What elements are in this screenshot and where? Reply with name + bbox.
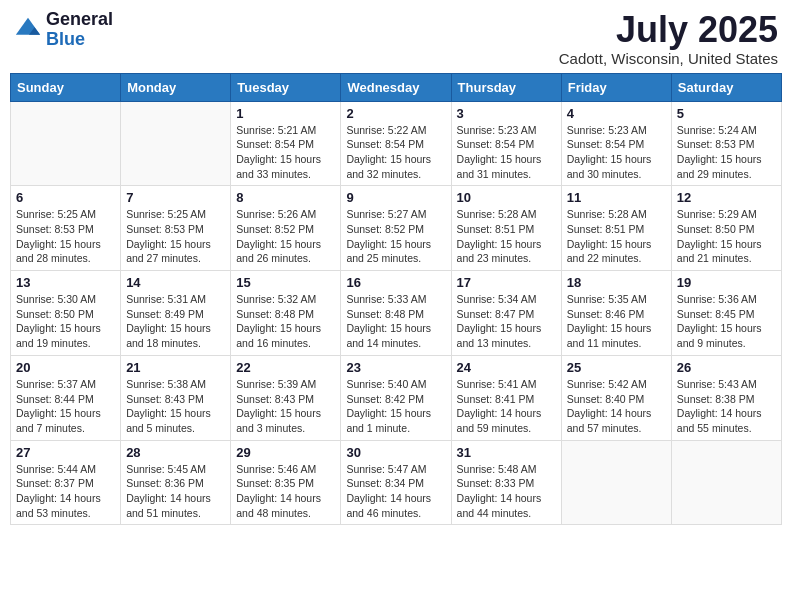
title-block: July 2025 Cadott, Wisconsin, United Stat…	[559, 10, 778, 67]
day-number: 13	[16, 275, 115, 290]
cell-info: Sunrise: 5:36 AM Sunset: 8:45 PM Dayligh…	[677, 292, 776, 351]
cell-info: Sunrise: 5:24 AM Sunset: 8:53 PM Dayligh…	[677, 123, 776, 182]
day-number: 30	[346, 445, 445, 460]
day-number: 1	[236, 106, 335, 121]
cell-info: Sunrise: 5:22 AM Sunset: 8:54 PM Dayligh…	[346, 123, 445, 182]
calendar-cell: 21Sunrise: 5:38 AM Sunset: 8:43 PM Dayli…	[121, 355, 231, 440]
calendar-cell: 16Sunrise: 5:33 AM Sunset: 8:48 PM Dayli…	[341, 271, 451, 356]
cell-info: Sunrise: 5:43 AM Sunset: 8:38 PM Dayligh…	[677, 377, 776, 436]
calendar-week-row: 13Sunrise: 5:30 AM Sunset: 8:50 PM Dayli…	[11, 271, 782, 356]
cell-info: Sunrise: 5:35 AM Sunset: 8:46 PM Dayligh…	[567, 292, 666, 351]
calendar-cell: 28Sunrise: 5:45 AM Sunset: 8:36 PM Dayli…	[121, 440, 231, 525]
calendar-cell: 1Sunrise: 5:21 AM Sunset: 8:54 PM Daylig…	[231, 101, 341, 186]
cell-info: Sunrise: 5:27 AM Sunset: 8:52 PM Dayligh…	[346, 207, 445, 266]
calendar-header-row: SundayMondayTuesdayWednesdayThursdayFrid…	[11, 73, 782, 101]
page-header: General Blue July 2025 Cadott, Wisconsin…	[10, 10, 782, 67]
day-number: 17	[457, 275, 556, 290]
day-number: 24	[457, 360, 556, 375]
cell-info: Sunrise: 5:23 AM Sunset: 8:54 PM Dayligh…	[457, 123, 556, 182]
calendar-cell: 13Sunrise: 5:30 AM Sunset: 8:50 PM Dayli…	[11, 271, 121, 356]
calendar-cell: 23Sunrise: 5:40 AM Sunset: 8:42 PM Dayli…	[341, 355, 451, 440]
calendar-week-row: 20Sunrise: 5:37 AM Sunset: 8:44 PM Dayli…	[11, 355, 782, 440]
day-number: 3	[457, 106, 556, 121]
day-number: 7	[126, 190, 225, 205]
cell-info: Sunrise: 5:38 AM Sunset: 8:43 PM Dayligh…	[126, 377, 225, 436]
calendar-cell: 30Sunrise: 5:47 AM Sunset: 8:34 PM Dayli…	[341, 440, 451, 525]
cell-info: Sunrise: 5:39 AM Sunset: 8:43 PM Dayligh…	[236, 377, 335, 436]
day-number: 16	[346, 275, 445, 290]
day-number: 4	[567, 106, 666, 121]
calendar-cell: 27Sunrise: 5:44 AM Sunset: 8:37 PM Dayli…	[11, 440, 121, 525]
calendar-cell: 4Sunrise: 5:23 AM Sunset: 8:54 PM Daylig…	[561, 101, 671, 186]
day-number: 10	[457, 190, 556, 205]
cell-info: Sunrise: 5:46 AM Sunset: 8:35 PM Dayligh…	[236, 462, 335, 521]
cell-info: Sunrise: 5:25 AM Sunset: 8:53 PM Dayligh…	[16, 207, 115, 266]
cell-info: Sunrise: 5:37 AM Sunset: 8:44 PM Dayligh…	[16, 377, 115, 436]
cell-info: Sunrise: 5:42 AM Sunset: 8:40 PM Dayligh…	[567, 377, 666, 436]
location: Cadott, Wisconsin, United States	[559, 50, 778, 67]
cell-info: Sunrise: 5:34 AM Sunset: 8:47 PM Dayligh…	[457, 292, 556, 351]
day-header-friday: Friday	[561, 73, 671, 101]
day-number: 29	[236, 445, 335, 460]
cell-info: Sunrise: 5:26 AM Sunset: 8:52 PM Dayligh…	[236, 207, 335, 266]
logo-general-text: General	[46, 10, 113, 30]
calendar-cell: 10Sunrise: 5:28 AM Sunset: 8:51 PM Dayli…	[451, 186, 561, 271]
cell-info: Sunrise: 5:41 AM Sunset: 8:41 PM Dayligh…	[457, 377, 556, 436]
calendar-cell: 17Sunrise: 5:34 AM Sunset: 8:47 PM Dayli…	[451, 271, 561, 356]
cell-info: Sunrise: 5:29 AM Sunset: 8:50 PM Dayligh…	[677, 207, 776, 266]
day-number: 12	[677, 190, 776, 205]
calendar-cell: 12Sunrise: 5:29 AM Sunset: 8:50 PM Dayli…	[671, 186, 781, 271]
day-number: 22	[236, 360, 335, 375]
day-header-wednesday: Wednesday	[341, 73, 451, 101]
calendar-cell: 25Sunrise: 5:42 AM Sunset: 8:40 PM Dayli…	[561, 355, 671, 440]
calendar-cell: 3Sunrise: 5:23 AM Sunset: 8:54 PM Daylig…	[451, 101, 561, 186]
calendar-cell: 6Sunrise: 5:25 AM Sunset: 8:53 PM Daylig…	[11, 186, 121, 271]
calendar-cell: 24Sunrise: 5:41 AM Sunset: 8:41 PM Dayli…	[451, 355, 561, 440]
calendar-cell	[561, 440, 671, 525]
day-header-tuesday: Tuesday	[231, 73, 341, 101]
calendar-cell: 7Sunrise: 5:25 AM Sunset: 8:53 PM Daylig…	[121, 186, 231, 271]
logo[interactable]: General Blue	[14, 10, 113, 50]
cell-info: Sunrise: 5:33 AM Sunset: 8:48 PM Dayligh…	[346, 292, 445, 351]
cell-info: Sunrise: 5:31 AM Sunset: 8:49 PM Dayligh…	[126, 292, 225, 351]
day-number: 14	[126, 275, 225, 290]
calendar-cell: 9Sunrise: 5:27 AM Sunset: 8:52 PM Daylig…	[341, 186, 451, 271]
calendar-cell: 18Sunrise: 5:35 AM Sunset: 8:46 PM Dayli…	[561, 271, 671, 356]
day-number: 20	[16, 360, 115, 375]
day-number: 8	[236, 190, 335, 205]
cell-info: Sunrise: 5:25 AM Sunset: 8:53 PM Dayligh…	[126, 207, 225, 266]
day-number: 19	[677, 275, 776, 290]
cell-info: Sunrise: 5:28 AM Sunset: 8:51 PM Dayligh…	[457, 207, 556, 266]
calendar-cell: 22Sunrise: 5:39 AM Sunset: 8:43 PM Dayli…	[231, 355, 341, 440]
day-header-saturday: Saturday	[671, 73, 781, 101]
calendar-table: SundayMondayTuesdayWednesdayThursdayFrid…	[10, 73, 782, 526]
day-number: 11	[567, 190, 666, 205]
calendar-cell: 26Sunrise: 5:43 AM Sunset: 8:38 PM Dayli…	[671, 355, 781, 440]
logo-icon	[14, 16, 42, 44]
cell-info: Sunrise: 5:23 AM Sunset: 8:54 PM Dayligh…	[567, 123, 666, 182]
calendar-week-row: 27Sunrise: 5:44 AM Sunset: 8:37 PM Dayli…	[11, 440, 782, 525]
calendar-cell: 31Sunrise: 5:48 AM Sunset: 8:33 PM Dayli…	[451, 440, 561, 525]
day-number: 9	[346, 190, 445, 205]
calendar-cell: 2Sunrise: 5:22 AM Sunset: 8:54 PM Daylig…	[341, 101, 451, 186]
day-number: 21	[126, 360, 225, 375]
day-number: 15	[236, 275, 335, 290]
day-number: 5	[677, 106, 776, 121]
day-number: 26	[677, 360, 776, 375]
calendar-cell	[11, 101, 121, 186]
calendar-week-row: 1Sunrise: 5:21 AM Sunset: 8:54 PM Daylig…	[11, 101, 782, 186]
cell-info: Sunrise: 5:30 AM Sunset: 8:50 PM Dayligh…	[16, 292, 115, 351]
calendar-cell: 14Sunrise: 5:31 AM Sunset: 8:49 PM Dayli…	[121, 271, 231, 356]
day-header-sunday: Sunday	[11, 73, 121, 101]
calendar-cell: 11Sunrise: 5:28 AM Sunset: 8:51 PM Dayli…	[561, 186, 671, 271]
calendar-cell: 19Sunrise: 5:36 AM Sunset: 8:45 PM Dayli…	[671, 271, 781, 356]
calendar-cell: 5Sunrise: 5:24 AM Sunset: 8:53 PM Daylig…	[671, 101, 781, 186]
day-number: 27	[16, 445, 115, 460]
calendar-cell	[121, 101, 231, 186]
day-number: 25	[567, 360, 666, 375]
cell-info: Sunrise: 5:21 AM Sunset: 8:54 PM Dayligh…	[236, 123, 335, 182]
day-number: 2	[346, 106, 445, 121]
calendar-cell: 8Sunrise: 5:26 AM Sunset: 8:52 PM Daylig…	[231, 186, 341, 271]
day-number: 31	[457, 445, 556, 460]
day-number: 6	[16, 190, 115, 205]
